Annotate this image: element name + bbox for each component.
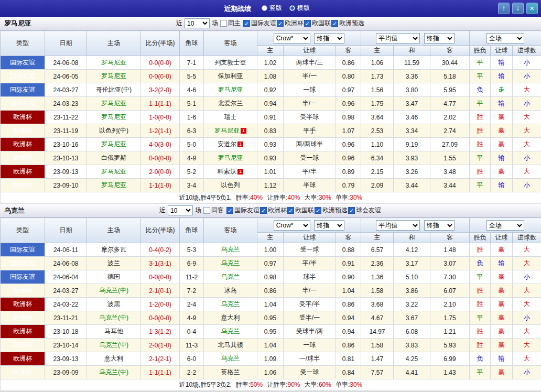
euro-stage-select[interactable]: 终指 xyxy=(424,33,455,43)
same-venue-checkbox[interactable]: 同客 xyxy=(203,206,224,215)
league-filter-checkbox[interactable]: ✓国际友谊 xyxy=(226,206,259,215)
score-link[interactable]: 2-1(2-1) xyxy=(141,352,180,366)
bookmaker-select[interactable]: Crow* xyxy=(274,33,310,43)
team-name-link[interactable]: 罗马尼亚 xyxy=(101,181,126,189)
league-filter-checkbox[interactable]: ✓欧洲预选 xyxy=(331,19,364,28)
league-filter-checkbox[interactable]: ✓欧国联 xyxy=(287,206,314,215)
team-name-link[interactable]: 白俄罗斯 xyxy=(101,154,126,161)
score-link[interactable]: 1-2(1-1) xyxy=(141,124,180,138)
euro-stage-select[interactable]: 终指 xyxy=(424,220,455,231)
league-filter-checkbox[interactable]: ✓欧洲预选 xyxy=(315,206,348,215)
team-name-link[interactable]: 乌克兰(中) xyxy=(99,368,128,376)
scroll-down-button[interactable]: ↓ xyxy=(512,3,524,14)
team-name-link[interactable]: 哥伦比亚(中) xyxy=(96,86,132,93)
league-filter-checkbox[interactable]: ✓国际友谊 xyxy=(243,19,276,28)
score-link[interactable]: 0-0(0-0) xyxy=(141,311,180,325)
team-name-link[interactable]: 科索沃 xyxy=(218,168,236,175)
score-link[interactable]: 1-1(1-0) xyxy=(141,179,180,192)
layout-radio[interactable]: 竖版 xyxy=(262,4,282,13)
team-name-link[interactable]: 北爱尔兰 xyxy=(218,100,243,107)
team-name-link[interactable]: 乌克兰 xyxy=(221,273,240,280)
team-name-link[interactable]: 英格兰 xyxy=(221,368,240,376)
score-link[interactable]: 3-2(2-0) xyxy=(141,83,180,97)
team-name-link[interactable]: 乌克兰(中) xyxy=(99,287,128,294)
team-name-link[interactable]: 以色列 xyxy=(221,181,240,189)
team-name-link[interactable]: 意大利 xyxy=(221,314,240,321)
checkbox-icon[interactable]: ✓ xyxy=(226,207,233,214)
score-link[interactable]: 1-0(0-0) xyxy=(141,111,180,124)
team-name-link[interactable]: 罗马尼亚 xyxy=(101,168,126,175)
league-filter-checkbox[interactable]: ✓欧洲杯 xyxy=(277,19,304,28)
asian-stage-select[interactable]: 终指 xyxy=(314,33,344,43)
euro-source-select[interactable]: 平均值 xyxy=(376,33,420,43)
team-name-link[interactable]: 波兰 xyxy=(107,259,120,267)
team-name-link[interactable]: 意大利 xyxy=(104,355,123,362)
team-name-link[interactable]: 罗马尼亚 xyxy=(101,140,126,148)
team-name-link[interactable]: 罗马尼亚 xyxy=(214,127,240,134)
score-link[interactable]: 0-0(0-0) xyxy=(141,56,180,70)
team-name-link[interactable]: 瑞士 xyxy=(224,113,237,121)
checkbox-icon[interactable]: ✓ xyxy=(304,20,311,27)
close-button[interactable]: × xyxy=(526,3,538,14)
team-name-link[interactable]: 乌克兰 xyxy=(221,259,240,267)
team-name-link[interactable]: 波黑 xyxy=(107,300,120,308)
score-link[interactable]: 2-0(0-0) xyxy=(141,165,180,179)
team-name-link[interactable]: 以色列(中) xyxy=(99,127,128,134)
team-name-link[interactable]: 列支敦士登 xyxy=(215,59,246,66)
team-name-link[interactable]: 罗马尼亚 xyxy=(101,72,126,80)
team-name-link[interactable]: 罗马尼亚 xyxy=(218,154,243,161)
score-link[interactable]: 1-3(1-2) xyxy=(141,325,180,339)
team-name-link[interactable]: 乌克兰 xyxy=(221,355,240,362)
team-name-link[interactable]: 北马其顿 xyxy=(218,341,243,349)
checkbox-icon[interactable]: ✓ xyxy=(260,207,267,214)
bookmaker-select[interactable]: Crow* xyxy=(274,220,310,231)
scope-select[interactable]: 全场 xyxy=(486,33,524,43)
checkbox-icon[interactable]: ✓ xyxy=(315,207,321,214)
score-link[interactable]: 0-0(0-0) xyxy=(141,270,180,284)
recent-count-select[interactable]: 10 xyxy=(185,18,210,28)
league-filter-checkbox[interactable]: ✓欧洲杯 xyxy=(260,206,287,215)
score-link[interactable]: 1-1(1-1) xyxy=(141,97,180,111)
team-name-link[interactable]: 保加利亚 xyxy=(218,72,243,80)
radio-icon[interactable] xyxy=(289,5,295,11)
score-link[interactable]: 2-1(0-1) xyxy=(141,284,180,298)
team-name-link[interactable]: 罗马尼亚 xyxy=(218,86,243,93)
score-link[interactable]: 0-4(0-2) xyxy=(141,243,180,257)
checkbox-icon[interactable]: ✓ xyxy=(331,20,338,27)
scroll-up-button[interactable]: ↑ xyxy=(498,3,510,14)
checkbox-icon[interactable] xyxy=(220,20,227,27)
score-link[interactable]: 4-0(3-0) xyxy=(141,138,180,151)
team-name-link[interactable]: 乌克兰 xyxy=(221,246,240,253)
score-link[interactable]: 1-2(0-0) xyxy=(141,298,180,311)
league-filter-checkbox[interactable]: ✓球会友谊 xyxy=(348,206,381,215)
team-name-link[interactable]: 摩尔多瓦 xyxy=(101,246,126,253)
team-name-link[interactable]: 安道尔 xyxy=(218,140,236,148)
team-name-link[interactable]: 罗马尼亚 xyxy=(101,113,126,121)
team-name-link[interactable]: 乌克兰(中) xyxy=(99,314,128,321)
euro-source-select[interactable]: 平均值 xyxy=(376,220,420,231)
team-name-link[interactable]: 马耳他 xyxy=(104,328,123,335)
checkbox-icon[interactable]: ✓ xyxy=(243,20,250,27)
checkbox-icon[interactable] xyxy=(203,207,210,214)
team-name-link[interactable]: 罗马尼亚 xyxy=(101,100,126,107)
score-link[interactable]: 1-1(1-1) xyxy=(141,366,180,379)
checkbox-icon[interactable]: ✓ xyxy=(277,20,284,27)
scope-select[interactable]: 全场 xyxy=(486,220,524,231)
score-link[interactable]: 3-1(3-1) xyxy=(141,257,180,270)
league-filter-checkbox[interactable]: ✓欧国联 xyxy=(304,19,331,28)
team-name-link[interactable]: 乌克兰 xyxy=(221,300,240,308)
team-name-link[interactable]: 罗马尼亚 xyxy=(101,59,126,66)
checkbox-icon[interactable]: ✓ xyxy=(348,207,355,214)
score-link[interactable]: 2-0(1-0) xyxy=(141,339,180,352)
asian-stage-select[interactable]: 终指 xyxy=(314,220,344,231)
team-name-link[interactable]: 乌克兰 xyxy=(221,328,240,335)
radio-icon[interactable] xyxy=(262,5,267,11)
layout-radio[interactable]: 横版 xyxy=(289,4,310,13)
score-link[interactable]: 0-0(0-0) xyxy=(141,70,180,83)
score-link[interactable]: 0-0(0-0) xyxy=(141,151,180,165)
recent-count-select[interactable]: 10 xyxy=(168,205,193,215)
team-name-link[interactable]: 冰岛 xyxy=(224,287,237,294)
team-name-link[interactable]: 乌克兰(中) xyxy=(99,341,128,349)
team-name-link[interactable]: 德国 xyxy=(107,273,120,280)
checkbox-icon[interactable]: ✓ xyxy=(287,207,294,214)
